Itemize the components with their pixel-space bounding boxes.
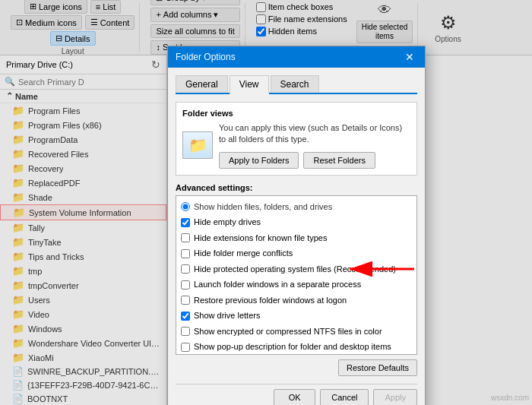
folder-views-title: Folder views xyxy=(182,109,410,118)
watermark: wsxdn.com xyxy=(491,394,529,402)
advanced-item[interactable]: Show drive letters xyxy=(179,308,413,324)
advanced-item-label: Show pop-up description for folder and d… xyxy=(194,340,391,353)
advanced-item[interactable]: Show pop-up description for folder and d… xyxy=(179,339,413,355)
tab-general[interactable]: General xyxy=(176,75,228,93)
folder-views-section: Folder views 📁 You can apply this view (… xyxy=(176,102,417,176)
dialog-overlay: Folder Options ✕ General View Search Fol… xyxy=(0,0,532,405)
advanced-item[interactable]: Show hidden files, folders, and drives xyxy=(179,199,413,215)
advanced-item-label: Hide extensions for known file types xyxy=(194,232,327,245)
folder-views-buttons: Apply to Folders Reset Folders xyxy=(219,152,410,169)
folder-options-dialog: Folder Options ✕ General View Search Fol… xyxy=(167,46,426,405)
advanced-item-label: Restore previous folder windows at logon xyxy=(194,294,347,307)
tab-view[interactable]: View xyxy=(230,75,269,94)
dialog-title: Folder Options xyxy=(176,52,236,62)
advanced-item-input-1[interactable] xyxy=(181,218,190,227)
tab-general-label: General xyxy=(185,79,218,90)
advanced-item[interactable]: Launch folder windows in a separate proc… xyxy=(179,277,413,293)
advanced-item-label: Hide empty drives xyxy=(194,216,261,229)
advanced-item-input-8[interactable] xyxy=(181,327,190,336)
advanced-item[interactable]: Show encrypted or compressed NTFS files … xyxy=(179,324,413,340)
advanced-item-input-2[interactable] xyxy=(181,233,190,242)
dialog-title-bar[interactable]: Folder Options ✕ xyxy=(168,46,425,68)
advanced-item-label: Show hidden files, folders, and drives xyxy=(194,201,332,214)
dialog-body: General View Search Folder views 📁 You c… xyxy=(168,68,425,405)
advanced-item-input-5[interactable] xyxy=(181,280,190,290)
tab-view-label: View xyxy=(239,79,259,90)
advanced-item-label: Launch folder windows in a separate proc… xyxy=(194,278,361,291)
restore-defaults-label: Restore Defaults xyxy=(347,363,409,372)
advanced-settings-title: Advanced settings: xyxy=(176,183,417,192)
advanced-item-label: Show drive letters xyxy=(194,309,260,322)
reset-folders-label: Reset Folders xyxy=(313,156,365,165)
restore-defaults-btn[interactable]: Restore Defaults xyxy=(338,359,417,376)
advanced-item-input-0[interactable] xyxy=(181,202,190,211)
tab-search[interactable]: Search xyxy=(271,75,319,93)
reset-folders-btn[interactable]: Reset Folders xyxy=(303,152,375,169)
advanced-item-label: Hide protected operating system files (R… xyxy=(194,263,396,276)
advanced-item-input-6[interactable] xyxy=(181,296,190,305)
folder-views-content: 📁 You can apply this view (such as Detai… xyxy=(182,122,410,169)
advanced-item-input-9[interactable] xyxy=(181,343,190,352)
dialog-close-btn[interactable]: ✕ xyxy=(402,51,417,63)
advanced-item-input-7[interactable] xyxy=(181,312,190,321)
cancel-label: Cancel xyxy=(331,393,357,402)
advanced-item-input-4[interactable] xyxy=(181,264,190,274)
apply-to-folders-btn[interactable]: Apply to Folders xyxy=(219,152,299,169)
apply-label: Apply xyxy=(385,393,406,402)
advanced-list[interactable]: Show hidden files, folders, and drivesHi… xyxy=(176,195,417,355)
folder-views-description: You can apply this view (such as Details… xyxy=(219,122,410,169)
advanced-item-label: Show encrypted or compressed NTFS files … xyxy=(194,325,382,338)
apply-btn[interactable]: Apply xyxy=(373,389,417,405)
dialog-footer-buttons: OK Cancel Apply xyxy=(176,384,417,405)
advanced-settings-section: Advanced settings: Show hidden files, fo… xyxy=(176,183,417,376)
advanced-item[interactable]: Restore previous folder windows at logon xyxy=(179,293,413,308)
advanced-item-input-3[interactable] xyxy=(181,249,190,258)
folder-views-icon: 📁 xyxy=(182,131,213,159)
advanced-item[interactable]: Hide extensions for known file types xyxy=(179,230,413,246)
ok-label: OK xyxy=(289,393,301,402)
advanced-item[interactable]: Hide protected operating system files (R… xyxy=(179,261,413,277)
advanced-item[interactable]: Hide folder merge conflicts xyxy=(179,245,413,261)
apply-to-folders-label: Apply to Folders xyxy=(229,156,289,165)
ok-btn[interactable]: OK xyxy=(274,389,315,405)
tab-search-label: Search xyxy=(280,79,309,90)
dialog-tabs: General View Search xyxy=(176,75,417,94)
cancel-btn[interactable]: Cancel xyxy=(320,389,369,405)
advanced-item-label: Hide folder merge conflicts xyxy=(194,247,293,260)
advanced-item[interactable]: Hide empty drives xyxy=(179,214,413,230)
